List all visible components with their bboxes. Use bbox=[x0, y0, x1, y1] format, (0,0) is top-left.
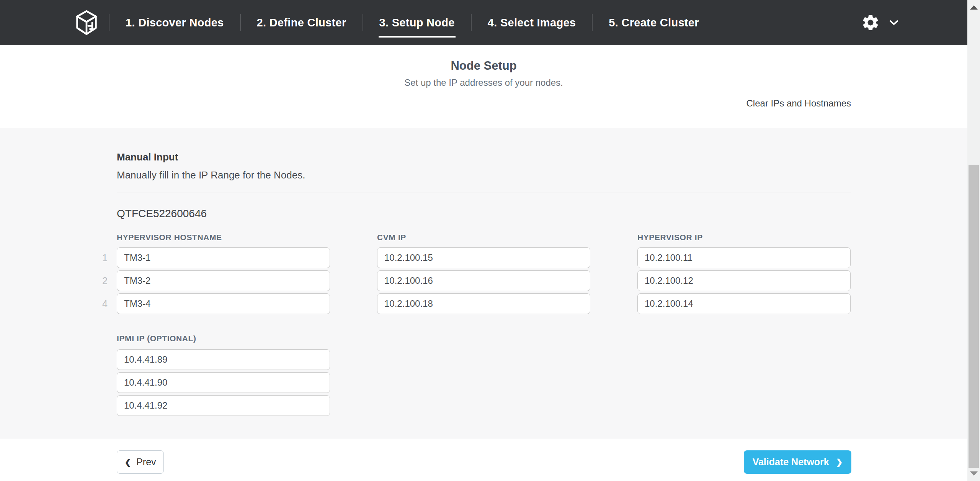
table-cell bbox=[377, 293, 590, 314]
chevron-down-icon[interactable] bbox=[889, 20, 898, 25]
step-label: 3. Setup Node bbox=[379, 16, 455, 29]
row-number: 1 bbox=[85, 252, 108, 263]
ipmi-input-list bbox=[117, 349, 330, 416]
wizard-footer: ❮ Prev Validate Network ❯ bbox=[0, 439, 967, 474]
step-select-images[interactable]: 4. Select Images bbox=[472, 16, 592, 29]
table-cell bbox=[377, 270, 590, 291]
col-header-hypervisor-hostname: HYPERVISOR HOSTNAME bbox=[117, 233, 330, 242]
table-row: 1 bbox=[117, 247, 330, 268]
node-block-id: QTFCE522600646 bbox=[117, 208, 851, 220]
scrollbar-thumb[interactable] bbox=[969, 165, 979, 468]
top-navbar: 1. Discover Nodes 2. Define Cluster 3. S… bbox=[0, 0, 967, 45]
hypervisor-ip-input[interactable] bbox=[637, 293, 851, 314]
prev-button[interactable]: ❮ Prev bbox=[117, 450, 164, 474]
page-header: Node Setup Set up the IP addresses of yo… bbox=[0, 45, 967, 88]
prev-button-label: Prev bbox=[136, 456, 156, 468]
chevron-right-icon: ❯ bbox=[836, 458, 843, 467]
node-input-table: 1 2 4 bbox=[117, 247, 851, 314]
gear-icon[interactable] bbox=[861, 13, 880, 32]
col-header-cvm-ip: CVM IP bbox=[377, 233, 590, 242]
step-define-cluster[interactable]: 2. Define Cluster bbox=[241, 16, 363, 29]
hostname-input[interactable] bbox=[117, 293, 330, 314]
table-cell bbox=[637, 270, 851, 291]
ipmi-ip-input[interactable] bbox=[117, 395, 330, 416]
page-subtitle: Set up the IP addresses of your nodes. bbox=[0, 77, 967, 88]
step-create-cluster[interactable]: 5. Create Cluster bbox=[593, 16, 715, 29]
app-window: 1. Discover Nodes 2. Define Cluster 3. S… bbox=[0, 0, 967, 481]
step-label: 2. Define Cluster bbox=[257, 16, 346, 29]
row-number: 2 bbox=[85, 275, 108, 286]
step-setup-node[interactable]: 3. Setup Node bbox=[363, 16, 471, 29]
clear-row: Clear IPs and Hostnames bbox=[0, 98, 967, 128]
hypervisor-ip-input[interactable] bbox=[637, 247, 851, 268]
page-title: Node Setup bbox=[0, 59, 967, 73]
column-headers: HYPERVISOR HOSTNAME CVM IP HYPERVISOR IP bbox=[117, 233, 851, 242]
cvm-ip-input[interactable] bbox=[377, 293, 590, 314]
scrollbar-up-arrow-icon[interactable] bbox=[970, 5, 978, 10]
table-cell bbox=[637, 247, 851, 268]
scrollbar-down-arrow-icon[interactable] bbox=[970, 471, 978, 476]
ipmi-ip-input[interactable] bbox=[117, 372, 330, 393]
table-cell bbox=[637, 293, 851, 314]
hostname-input[interactable] bbox=[117, 270, 330, 291]
table-row: 2 bbox=[117, 270, 330, 291]
validate-network-button[interactable]: Validate Network ❯ bbox=[744, 450, 851, 474]
step-label: 4. Select Images bbox=[488, 16, 576, 29]
ipmi-ip-input[interactable] bbox=[117, 349, 330, 370]
vertical-scrollbar[interactable] bbox=[967, 0, 980, 481]
manual-input-title: Manual Input bbox=[117, 151, 851, 163]
col-header-hypervisor-ip: HYPERVISOR IP bbox=[637, 233, 851, 242]
row-number: 4 bbox=[85, 298, 108, 309]
validate-button-label: Validate Network bbox=[753, 456, 829, 468]
clear-ips-hostnames-link[interactable]: Clear IPs and Hostnames bbox=[746, 98, 851, 109]
cvm-ip-input[interactable] bbox=[377, 270, 590, 291]
foundation-cube-logo bbox=[75, 9, 98, 36]
manual-input-description: Manually fill in the IP Range for the No… bbox=[117, 169, 851, 181]
settings-menu[interactable] bbox=[861, 13, 898, 32]
wizard-steps: 1. Discover Nodes 2. Define Cluster 3. S… bbox=[109, 0, 715, 45]
cvm-ip-input[interactable] bbox=[377, 247, 590, 268]
step-label: 1. Discover Nodes bbox=[126, 16, 224, 29]
table-row: 4 bbox=[117, 293, 330, 314]
step-label: 5. Create Cluster bbox=[609, 16, 699, 29]
col-header-ipmi-ip: IPMI IP (OPTIONAL) bbox=[117, 334, 851, 343]
chevron-left-icon: ❮ bbox=[124, 458, 131, 467]
section-divider bbox=[117, 193, 851, 193]
manual-input-section: Manual Input Manually fill in the IP Ran… bbox=[0, 128, 967, 439]
step-discover-nodes[interactable]: 1. Discover Nodes bbox=[109, 16, 240, 29]
table-cell bbox=[377, 247, 590, 268]
hostname-input[interactable] bbox=[117, 247, 330, 268]
hypervisor-ip-input[interactable] bbox=[637, 270, 851, 291]
